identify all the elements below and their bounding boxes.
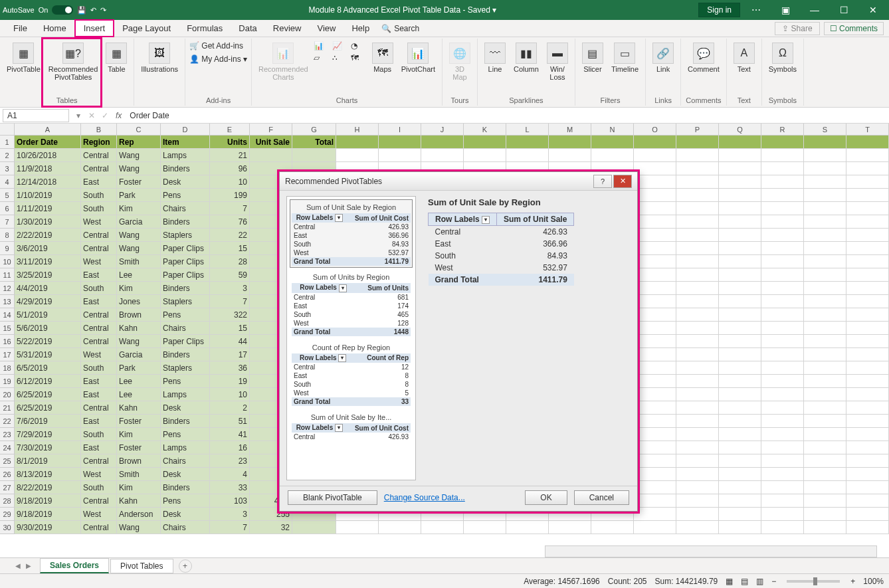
cell[interactable]: Kim: [117, 282, 161, 295]
cell[interactable]: 4/4/2019: [15, 282, 81, 295]
cell[interactable]: 15: [210, 242, 250, 255]
cell[interactable]: [676, 255, 719, 268]
change-source-data-link[interactable]: Change Source Data...: [384, 493, 465, 502]
cancel-formula-icon[interactable]: ✕: [85, 109, 98, 122]
row-header[interactable]: 5: [0, 189, 15, 202]
cell[interactable]: [676, 175, 719, 189]
cell[interactable]: [634, 215, 676, 229]
col-header[interactable]: E: [210, 124, 250, 135]
symbols-button[interactable]: ΩSymbols: [766, 41, 799, 74]
recommended-pivottables-button[interactable]: ▦?Recommended PivotTables: [46, 41, 101, 82]
cell[interactable]: [804, 361, 846, 375]
cell[interactable]: Kim: [117, 481, 161, 494]
cell[interactable]: [634, 268, 676, 282]
cell[interactable]: Park: [117, 189, 161, 202]
cell[interactable]: Staplers: [161, 361, 210, 375]
tab-formulas[interactable]: Formulas: [179, 21, 231, 36]
ok-button[interactable]: OK: [525, 490, 567, 505]
cell[interactable]: West: [81, 255, 117, 268]
cell[interactable]: [761, 361, 804, 375]
horizontal-scrollbar[interactable]: [545, 545, 877, 557]
cell[interactable]: [634, 242, 676, 255]
cell[interactable]: 23: [210, 454, 250, 468]
cell[interactable]: Pens: [161, 308, 210, 322]
cell[interactable]: [464, 521, 506, 534]
cell[interactable]: [719, 375, 761, 388]
cell[interactable]: [804, 415, 846, 428]
cell[interactable]: [634, 508, 676, 521]
col-header[interactable]: G: [292, 124, 336, 135]
cell[interactable]: Foster: [117, 441, 161, 454]
cell[interactable]: [719, 521, 761, 534]
maps-button[interactable]: 🗺Maps: [369, 41, 396, 74]
cell[interactable]: Garcia: [117, 215, 161, 229]
cell[interactable]: [336, 136, 379, 149]
cell[interactable]: [719, 388, 761, 401]
col-header[interactable]: T: [846, 124, 889, 135]
cell[interactable]: [336, 149, 379, 162]
cell[interactable]: [761, 348, 804, 361]
cell[interactable]: [719, 255, 761, 268]
cell[interactable]: [804, 229, 846, 242]
cell[interactable]: 322: [210, 308, 250, 322]
cell[interactable]: [761, 162, 804, 175]
cell[interactable]: Binders: [161, 282, 210, 295]
cell[interactable]: 41: [210, 428, 250, 441]
cell[interactable]: [634, 521, 676, 534]
cell[interactable]: [761, 428, 804, 441]
cell[interactable]: [634, 255, 676, 268]
cell[interactable]: [761, 388, 804, 401]
cell[interactable]: [804, 136, 846, 149]
cell[interactable]: [634, 375, 676, 388]
cell[interactable]: Staplers: [161, 229, 210, 242]
cell[interactable]: [591, 149, 634, 162]
row-header[interactable]: 29: [0, 508, 15, 521]
pie-chart-icon[interactable]: ◔: [351, 41, 367, 50]
dialog-close-icon[interactable]: ✕: [613, 175, 632, 188]
cell[interactable]: 7: [210, 202, 250, 215]
col-header[interactable]: A: [15, 124, 81, 135]
cell[interactable]: [846, 322, 889, 335]
cell[interactable]: [719, 454, 761, 468]
cell[interactable]: [846, 494, 889, 508]
scatter-chart-icon[interactable]: ∴: [332, 53, 348, 62]
row-header[interactable]: 6: [0, 202, 15, 215]
cell[interactable]: [676, 308, 719, 322]
redo-icon[interactable]: ↷: [100, 6, 106, 15]
sheet-next-icon[interactable]: ▶: [24, 562, 33, 569]
cell[interactable]: [719, 401, 761, 415]
row-header[interactable]: 4: [0, 175, 15, 189]
cell[interactable]: [804, 388, 846, 401]
cell[interactable]: South: [81, 428, 117, 441]
cell[interactable]: Kim: [117, 428, 161, 441]
cell[interactable]: [634, 468, 676, 481]
cell[interactable]: [846, 202, 889, 215]
cell[interactable]: [804, 481, 846, 494]
cell[interactable]: [719, 441, 761, 454]
row-header[interactable]: 7: [0, 215, 15, 229]
cell[interactable]: [634, 388, 676, 401]
cell[interactable]: [846, 481, 889, 494]
cell[interactable]: [634, 335, 676, 348]
cell[interactable]: South: [81, 361, 117, 375]
cell[interactable]: [804, 454, 846, 468]
cell[interactable]: [676, 388, 719, 401]
cell[interactable]: [761, 215, 804, 229]
cell[interactable]: 7/30/2019: [15, 441, 81, 454]
cell[interactable]: [676, 494, 719, 508]
pivottable-button[interactable]: ▦PivotTable: [4, 41, 43, 74]
cell[interactable]: 11/9/2018: [15, 162, 81, 175]
cell[interactable]: [846, 401, 889, 415]
add-sheet-button[interactable]: +: [179, 559, 192, 573]
cell[interactable]: 3: [210, 282, 250, 295]
view-pagebreak-icon[interactable]: ▥: [756, 577, 763, 586]
cell[interactable]: [634, 136, 676, 149]
cell[interactable]: Wang: [117, 162, 161, 175]
my-addins-button[interactable]: 👤 My Add-ins ▾: [189, 54, 247, 64]
cell[interactable]: Central: [81, 162, 117, 175]
cell[interactable]: [676, 229, 719, 242]
cell[interactable]: [804, 255, 846, 268]
cell[interactable]: Anderson: [117, 508, 161, 521]
cell[interactable]: 5/1/2019: [15, 308, 81, 322]
cell[interactable]: [676, 481, 719, 494]
